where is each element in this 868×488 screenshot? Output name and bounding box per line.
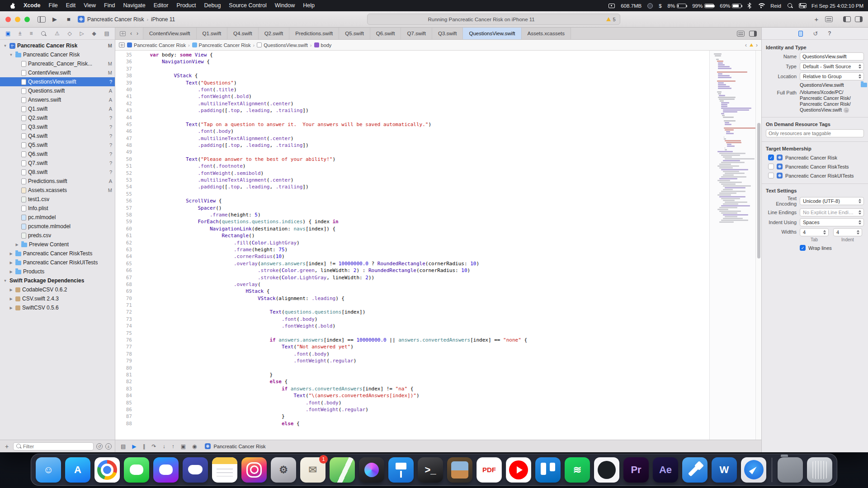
scheme-selector[interactable]: Pancreatic Cancer Risk › iPhone 11 xyxy=(78,16,175,23)
nav-item-swiftcsv-0-5-6[interactable]: ▶SwiftCSV 0.5.6 xyxy=(0,303,115,312)
dock-icon-trello[interactable] xyxy=(535,457,561,483)
line-number[interactable]: 87 xyxy=(115,413,132,420)
battery-3-indicator[interactable]: 69% xyxy=(720,3,741,9)
line-number[interactable]: 85 xyxy=(115,399,132,406)
code-line[interactable]: .padding([.top, .leading, .trailing]) xyxy=(138,107,709,114)
line-number[interactable]: 86 xyxy=(115,406,132,413)
dock-icon-notes[interactable] xyxy=(212,457,237,483)
line-number[interactable]: 53 xyxy=(115,177,132,183)
dock-icon-preview[interactable] xyxy=(447,457,472,483)
wrap-lines-checkbox[interactable]: ✓ xyxy=(800,245,806,251)
indent-using-select[interactable]: Spaces xyxy=(800,218,864,226)
tab-assets-xcassets[interactable]: Assets.xcassets xyxy=(522,28,571,39)
breadcrumb-item-pancreatic-cancer-risk[interactable]: Pancreatic Cancer Risk xyxy=(127,42,186,48)
nav-item-q7-swift[interactable]: Q7.swift? xyxy=(0,159,115,168)
code-line[interactable]: .fontWeight(.bold) xyxy=(138,323,709,329)
code-line[interactable]: } xyxy=(138,413,709,420)
wifi[interactable] xyxy=(757,3,764,9)
toggle-left-panel-icon[interactable] xyxy=(843,16,851,22)
pause-execution-icon[interactable]: ∥ xyxy=(143,443,146,450)
target-checkbox[interactable] xyxy=(768,173,774,178)
nav-item-q6-swift[interactable]: Q6.swift? xyxy=(0,150,115,159)
code-line[interactable]: Spacer() xyxy=(138,205,709,211)
code-line[interactable]: else { xyxy=(138,378,709,385)
dock-icon-final-cut-pro[interactable] xyxy=(359,457,384,483)
dock-icon-mail[interactable]: ✉1 xyxy=(300,457,326,483)
battery-1-indicator[interactable]: 8% xyxy=(668,3,687,9)
line-number[interactable]: 75 xyxy=(115,330,132,337)
background-app[interactable] xyxy=(647,3,653,9)
menu-clock[interactable]: Fri Sep 25 4:02:10 PM xyxy=(811,3,863,9)
nav-item-pancreatic-cancer-riskuitests[interactable]: ▶Pancreatic Cancer RiskUITests xyxy=(0,258,115,267)
minimize-window-button[interactable] xyxy=(15,17,20,22)
code-line[interactable]: VStack { xyxy=(138,72,709,79)
line-number[interactable]: 46 xyxy=(115,128,132,135)
code-line[interactable]: VStack(alignment: .leading) { xyxy=(138,295,709,302)
warning-count-button[interactable]: 5 xyxy=(606,17,615,22)
nav-item-pc-mlmodel[interactable]: pc.mlmodel xyxy=(0,213,115,222)
currency-item[interactable]: $ xyxy=(659,3,661,9)
target-row-pancreatic-cancer-riskuitests[interactable]: Pancreatic Cancer RiskUITests xyxy=(768,172,864,179)
breadcrumb-item-body[interactable]: body xyxy=(314,42,332,48)
zoom-window-button[interactable] xyxy=(24,17,30,22)
disclosure-icon[interactable]: ▶ xyxy=(9,297,14,301)
line-number[interactable]: 35 xyxy=(115,52,132,58)
report-navigator-icon[interactable]: ▤ xyxy=(104,30,109,37)
code-line[interactable]: .multilineTextAlignment(.center) xyxy=(138,135,709,142)
continue-execution-icon[interactable]: ▶ xyxy=(132,443,136,450)
code-line[interactable] xyxy=(138,149,709,155)
tab-q4-swift[interactable]: Q4.swift xyxy=(227,28,259,39)
code-line[interactable]: if answers.convertedAnswers[index] != "n… xyxy=(138,385,709,392)
line-number[interactable]: 54 xyxy=(115,183,132,190)
line-number[interactable]: 59 xyxy=(115,218,132,225)
menu-find[interactable]: Find xyxy=(100,0,119,11)
code-line[interactable]: .fontWeight(.regular) xyxy=(138,406,709,413)
add-editor-icon[interactable] xyxy=(749,31,757,37)
line-number[interactable]: 83 xyxy=(115,385,132,392)
nav-item-preview-content[interactable]: ▶Preview Content xyxy=(0,240,115,249)
navigator-filter-field[interactable] xyxy=(13,442,94,450)
line-number[interactable]: 76 xyxy=(115,337,132,343)
line-number[interactable]: 41 xyxy=(115,93,132,100)
dock-icon-acrobat[interactable]: PDF xyxy=(476,457,502,483)
line-number[interactable]: 73 xyxy=(115,316,132,323)
line-number[interactable]: 64 xyxy=(115,253,132,260)
code-line[interactable] xyxy=(138,365,709,371)
nav-item-questions-swift[interactable]: Questions.swiftA xyxy=(0,86,115,95)
menu-view[interactable]: View xyxy=(80,0,100,11)
issue-navigator-icon[interactable]: ⚠ xyxy=(55,30,60,37)
code-lines[interactable]: var body: some View { NavigationView { V… xyxy=(135,51,709,440)
project-navigator-icon[interactable]: ▣ xyxy=(5,30,10,37)
line-number[interactable]: 81 xyxy=(115,371,132,378)
menu-editor[interactable]: Editor xyxy=(150,0,173,11)
nav-item-q3-swift[interactable]: Q3.swift? xyxy=(0,122,115,131)
line-numbers[interactable]: 3536373839404142434445464748495051525354… xyxy=(115,51,135,440)
line-number[interactable]: 66 xyxy=(115,267,132,274)
dock-icon-safari[interactable] xyxy=(741,457,766,483)
spotlight[interactable] xyxy=(787,3,793,9)
memory-graph-icon[interactable]: ◉ xyxy=(192,443,197,450)
nav-item-answers-swift[interactable]: Answers.swiftA xyxy=(0,95,115,104)
code-line[interactable]: .padding([.top, .leading, .trailing]) xyxy=(138,142,709,149)
line-number[interactable]: 48 xyxy=(115,142,132,149)
previous-issue-icon[interactable]: ‹ xyxy=(745,42,747,48)
tab-predictions-swift[interactable]: Predictions.swift xyxy=(289,28,339,39)
dock-icon-maps[interactable] xyxy=(330,457,355,483)
step-out-icon[interactable]: ↑ xyxy=(172,443,175,450)
stepper-arrows-icon[interactable] xyxy=(855,229,861,235)
line-number[interactable]: 60 xyxy=(115,225,132,232)
editor-options-icon[interactable] xyxy=(825,16,833,22)
line-number[interactable]: 84 xyxy=(115,392,132,399)
dock-icon-after-effects[interactable]: Ae xyxy=(653,457,678,483)
line-number[interactable]: 88 xyxy=(115,420,132,427)
choose-location-icon[interactable] xyxy=(861,83,867,87)
nav-item-csv-swift-2-4-3[interactable]: ▶CSV.swift 2.4.3 xyxy=(0,294,115,303)
location-select[interactable]: Relative to Group xyxy=(800,72,864,80)
debug-navigator-icon[interactable]: ▷ xyxy=(80,30,84,37)
line-number[interactable]: 45 xyxy=(115,121,132,128)
screen-record[interactable] xyxy=(609,4,615,8)
disclosure-icon[interactable]: ▶ xyxy=(9,252,14,256)
line-number[interactable]: 55 xyxy=(115,191,132,197)
code-line[interactable]: else { xyxy=(138,420,709,427)
code-line[interactable] xyxy=(138,302,709,309)
